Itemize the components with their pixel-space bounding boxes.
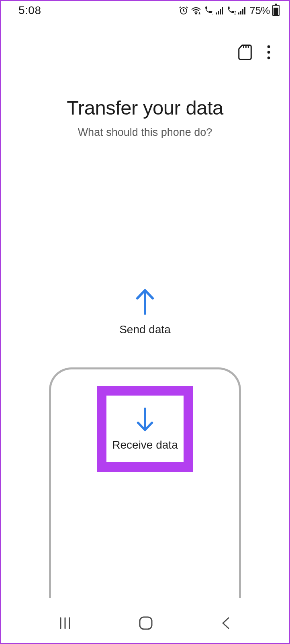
svg-rect-11 bbox=[244, 7, 245, 14]
svg-rect-8 bbox=[238, 12, 239, 14]
call-sim1-icon: 1 bbox=[204, 6, 213, 15]
arrow-up-icon bbox=[134, 310, 156, 317]
receive-data-label: Receive data bbox=[112, 439, 178, 451]
svg-text:1: 1 bbox=[212, 11, 213, 15]
more-options-icon[interactable] bbox=[267, 45, 271, 61]
page-title: Transfer your data bbox=[1, 96, 289, 119]
send-data-label: Send data bbox=[1, 323, 289, 336]
svg-rect-4 bbox=[218, 11, 219, 14]
svg-point-12 bbox=[268, 45, 270, 48]
status-bar: 5:08 1 2 bbox=[1, 1, 289, 20]
heading-block: Transfer your data What should this phon… bbox=[1, 96, 289, 139]
alarm-icon bbox=[179, 6, 188, 15]
svg-point-13 bbox=[268, 51, 270, 54]
nav-back-icon[interactable] bbox=[220, 616, 232, 632]
receive-data-highlight: Receive data bbox=[97, 386, 193, 472]
status-time: 5:08 bbox=[18, 4, 41, 17]
svg-rect-5 bbox=[220, 9, 221, 14]
svg-point-1 bbox=[196, 13, 197, 14]
svg-text:2: 2 bbox=[234, 11, 236, 15]
call-sim2-icon: 2 bbox=[226, 6, 236, 15]
app-bar bbox=[1, 20, 289, 62]
svg-point-14 bbox=[268, 56, 270, 59]
svg-rect-6 bbox=[222, 7, 223, 14]
send-data-option[interactable]: Send data bbox=[1, 287, 289, 336]
svg-rect-9 bbox=[240, 11, 241, 14]
status-icons: 1 2 75% bbox=[179, 4, 280, 17]
battery-percent: 75% bbox=[249, 4, 270, 17]
battery-icon bbox=[272, 5, 280, 16]
svg-rect-3 bbox=[216, 12, 217, 14]
svg-rect-10 bbox=[242, 9, 243, 14]
signal2-icon bbox=[238, 6, 246, 15]
wifi-icon bbox=[191, 6, 201, 15]
page-subtitle: What should this phone do? bbox=[1, 126, 289, 139]
receive-data-option[interactable]: Receive data bbox=[106, 396, 184, 462]
signal1-icon bbox=[216, 6, 224, 15]
sd-card-icon[interactable] bbox=[238, 44, 252, 62]
nav-home-icon[interactable] bbox=[138, 615, 153, 632]
arrow-down-icon bbox=[135, 406, 155, 435]
navigation-bar bbox=[1, 605, 289, 643]
nav-recents-icon[interactable] bbox=[58, 616, 72, 632]
svg-rect-15 bbox=[140, 617, 152, 629]
